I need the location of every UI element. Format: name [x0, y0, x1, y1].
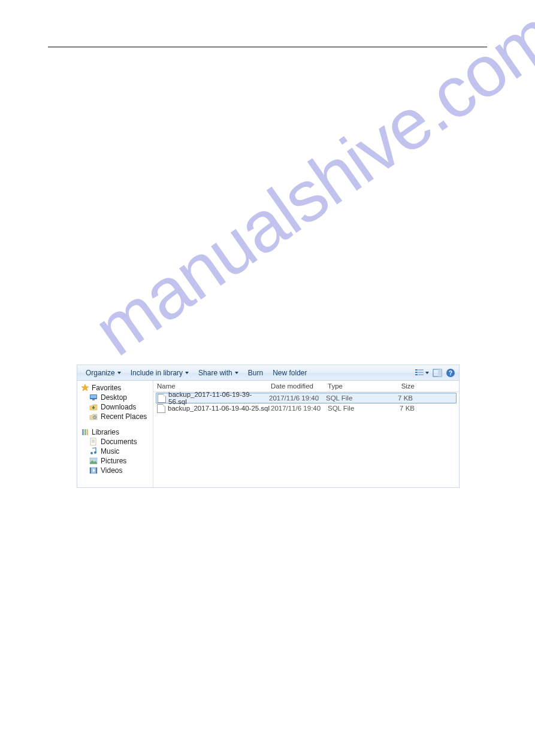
- help-button[interactable]: ?: [446, 368, 455, 378]
- dropdown-caret-icon: [117, 372, 121, 374]
- sidebar-item-downloads[interactable]: Downloads: [80, 402, 152, 412]
- documents-icon: [89, 438, 98, 446]
- sidebar-item-pictures[interactable]: Pictures: [80, 456, 152, 466]
- svg-point-23: [94, 451, 96, 454]
- favorites-group: Favorites Desktop Downloads: [80, 383, 152, 421]
- svg-rect-7: [438, 369, 442, 377]
- dropdown-caret-icon: [235, 372, 238, 374]
- downloads-icon: [89, 403, 98, 411]
- desktop-icon: [89, 393, 98, 402]
- libraries-icon: [81, 428, 89, 436]
- file-type: SQL File: [328, 405, 382, 412]
- include-library-label: Include in library: [131, 369, 183, 377]
- svg-rect-28: [96, 467, 97, 473]
- videos-label: Videos: [101, 466, 122, 475]
- svg-rect-3: [418, 372, 424, 373]
- sidebar-item-music[interactable]: Music: [80, 447, 152, 456]
- svg-rect-15: [82, 429, 84, 435]
- share-with-button[interactable]: Share with: [194, 368, 243, 378]
- file-list-pane: Name Date modified Type Size backup_2017…: [153, 381, 459, 487]
- music-label: Music: [101, 447, 119, 456]
- column-name-header[interactable]: Name: [157, 382, 271, 390]
- organize-button[interactable]: Organize: [81, 368, 126, 378]
- column-date-header[interactable]: Date modified: [271, 382, 328, 390]
- dropdown-caret-icon: [185, 372, 189, 374]
- file-name: backup_2017-11-06-19-40-25.sql: [168, 405, 270, 412]
- svg-rect-5: [418, 374, 424, 375]
- svg-rect-27: [90, 467, 91, 473]
- preview-pane-button[interactable]: [433, 368, 442, 378]
- libraries-label: Libraries: [92, 428, 119, 436]
- pictures-label: Pictures: [101, 457, 126, 465]
- music-icon: [89, 447, 98, 456]
- sidebar-item-videos[interactable]: Videos: [80, 466, 152, 475]
- sidebar-item-recent[interactable]: Recent Places: [80, 412, 152, 421]
- share-with-label: Share with: [198, 369, 232, 377]
- watermark-text: manualshive.com: [79, 70, 460, 371]
- file-date: 2017/11/6 19:40: [271, 405, 328, 412]
- svg-rect-12: [90, 395, 96, 398]
- documents-label: Documents: [101, 438, 137, 446]
- view-options-button[interactable]: [415, 368, 424, 378]
- recent-places-icon: [89, 412, 98, 421]
- file-icon: [158, 394, 166, 403]
- svg-rect-18: [90, 438, 96, 445]
- file-row[interactable]: backup_2017-11-06-19-40-25.sql 2017/11/6…: [153, 403, 459, 413]
- sidebar-item-documents[interactable]: Documents: [80, 437, 152, 447]
- svg-text:?: ?: [449, 370, 452, 377]
- libraries-group: Libraries Documents Music: [80, 427, 152, 475]
- downloads-label: Downloads: [101, 403, 136, 411]
- column-size-header[interactable]: Size: [382, 382, 421, 390]
- file-explorer-window: Organize Include in library Share with B…: [77, 365, 460, 488]
- svg-rect-13: [92, 399, 95, 400]
- sidebar-item-desktop[interactable]: Desktop: [80, 393, 152, 402]
- new-folder-button[interactable]: New folder: [268, 368, 312, 378]
- new-folder-label: New folder: [273, 369, 307, 377]
- file-icon: [157, 404, 165, 413]
- dropdown-caret-icon: [425, 372, 429, 374]
- svg-rect-2: [415, 372, 418, 373]
- column-type-header[interactable]: Type: [328, 382, 382, 390]
- recent-label: Recent Places: [101, 412, 147, 421]
- burn-button[interactable]: Burn: [243, 368, 268, 378]
- organize-label: Organize: [86, 369, 115, 377]
- svg-rect-17: [87, 429, 88, 435]
- pictures-icon: [89, 457, 98, 465]
- favorites-label: Favorites: [92, 384, 121, 392]
- svg-rect-4: [415, 374, 418, 375]
- burn-label: Burn: [248, 369, 263, 377]
- file-type: SQL File: [326, 394, 380, 402]
- file-size: 7 KB: [382, 405, 421, 412]
- svg-marker-10: [81, 384, 89, 391]
- file-row[interactable]: backup_2017-11-06-19-39-56.sql 2017/11/6…: [156, 393, 457, 403]
- star-icon: [81, 384, 89, 392]
- svg-rect-0: [415, 369, 418, 371]
- explorer-body: Favorites Desktop Downloads: [77, 381, 459, 487]
- desktop-label: Desktop: [101, 393, 127, 402]
- favorites-header[interactable]: Favorites: [80, 383, 152, 393]
- libraries-header[interactable]: Libraries: [80, 427, 152, 437]
- svg-point-22: [90, 452, 93, 454]
- explorer-toolbar: Organize Include in library Share with B…: [77, 365, 459, 381]
- navigation-pane: Favorites Desktop Downloads: [77, 381, 153, 487]
- videos-icon: [89, 466, 98, 475]
- include-library-button[interactable]: Include in library: [126, 368, 194, 378]
- horizontal-rule: [48, 47, 487, 47]
- file-size: 7 KB: [380, 394, 419, 402]
- file-date: 2017/11/6 19:40: [269, 394, 326, 402]
- svg-rect-16: [84, 429, 86, 435]
- svg-rect-1: [418, 369, 424, 371]
